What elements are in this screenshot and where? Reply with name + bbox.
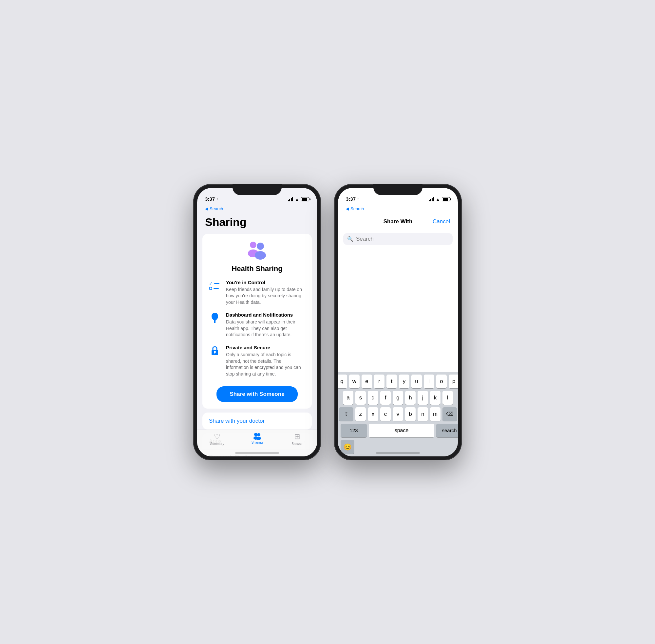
feature-private: Private and Secure Only a summary of eac… [209,345,305,377]
left-phone: 3:37 ↑ ▲ ◀ Search Sharing [193,184,321,460]
control-icon: ✓ [209,280,221,291]
key-u[interactable]: u [411,374,422,388]
svg-point-11 [257,433,261,436]
key-s[interactable]: s [355,391,366,405]
health-card: Health Sharing ✓ [202,234,312,409]
battery-icon [301,197,309,201]
keyboard: q w e r t y u i o p a s d f g h j k [338,372,458,456]
key-w[interactable]: w [349,374,360,388]
key-z[interactable]: z [355,407,366,421]
share-with-someone-button[interactable]: Share with Someone [217,386,297,402]
status-icons-right: ▲ [429,197,450,202]
key-d[interactable]: d [368,391,378,405]
key-j[interactable]: j [417,391,428,405]
signal-icon-right [429,197,434,201]
lock-icon [209,345,221,356]
doctor-section[interactable]: Share with your doctor [202,413,312,430]
notch-right [374,184,423,195]
key-g[interactable]: g [393,391,403,405]
sheet-title: Share With [384,218,413,225]
tab-summary-label: Summary [210,442,224,445]
home-indicator-right [376,452,420,454]
key-f[interactable]: f [380,391,391,405]
feature-control: ✓ You're in Control Keep friends and fam… [209,280,305,306]
feature-dashboard: Dashboard and Notifications Data you sha… [209,312,305,338]
keyboard-bottom-row: 123 space search [339,424,456,437]
delete-key[interactable]: ⌫ [443,407,457,421]
feature-control-desc: Keep friends and family up to date on ho… [226,286,305,306]
search-input[interactable] [356,236,449,242]
feature-dashboard-title: Dashboard and Notifications [226,312,305,318]
key-q[interactable]: q [338,374,347,388]
search-key[interactable]: search [436,424,458,437]
key-e[interactable]: e [362,374,372,388]
shift-key[interactable]: ⇧ [339,407,353,421]
page-title: Sharing [197,213,317,234]
key-x[interactable]: x [368,407,378,421]
location-arrow-left: ↑ [216,197,218,201]
feature-private-title: Private and Secure [226,345,305,350]
scroll-content: Health Sharing ✓ [197,234,317,456]
keyboard-row-2: a s d f g h j k l [339,391,456,405]
key-h[interactable]: h [405,391,415,405]
key-v[interactable]: v [393,407,403,421]
number-key[interactable]: 123 [341,424,367,437]
search-bar[interactable]: 🔍 [343,233,453,245]
wifi-icon: ▲ [295,197,299,202]
dashboard-icon [209,312,221,324]
svg-rect-8 [214,352,215,353]
health-sharing-icon [209,240,305,261]
svg-point-9 [254,433,257,436]
key-n[interactable]: n [417,407,428,421]
key-o[interactable]: o [436,374,447,388]
feature-private-desc: Only a summary of each topic is shared, … [226,352,305,377]
search-results-area [338,249,458,372]
back-chevron-icon: ◀ [205,206,208,211]
tab-browse-label: Browse [292,442,302,445]
svg-point-0 [250,242,256,248]
key-r[interactable]: r [374,374,384,388]
emoji-key[interactable]: 😊 [341,440,354,454]
right-phone: 3:37 ↑ ▲ ◀ Search Shar [334,184,462,460]
home-indicator-left [235,452,279,454]
battery-icon-right [442,197,450,201]
keyboard-row-3: ⇧ z x c v b n m ⌫ [339,407,456,421]
doctor-link[interactable]: Share with your doctor [209,418,265,424]
tab-browse[interactable]: ⊞ Browse [277,433,317,445]
key-c[interactable]: c [380,407,391,421]
sharing-svg [244,240,270,261]
nav-back-left[interactable]: ◀ Search [197,204,317,213]
key-b[interactable]: b [405,407,415,421]
cancel-button[interactable]: Cancel [433,218,450,225]
svg-rect-5 [214,322,216,323]
key-l[interactable]: l [443,391,453,405]
key-t[interactable]: t [386,374,397,388]
tab-summary[interactable]: ♡ Summary [197,433,237,445]
emoji-row: 😊 [339,439,456,454]
location-arrow-right: ↑ [357,197,359,201]
signal-icon [288,197,293,201]
sharing-tab-icon [253,433,261,440]
tab-sharing[interactable]: Sharing [237,433,277,444]
wifi-icon-right: ▲ [436,197,440,202]
keyboard-row-1: q w e r t y u i o p [339,374,456,388]
nav-back-right[interactable]: ◀ Search [338,204,458,213]
key-i[interactable]: i [424,374,434,388]
key-y[interactable]: y [399,374,409,388]
key-p[interactable]: p [449,374,458,388]
key-a[interactable]: a [343,391,353,405]
health-card-title: Health Sharing [209,264,305,273]
space-key[interactable]: space [369,424,434,437]
status-icons-left: ▲ [288,197,309,202]
key-k[interactable]: k [430,391,441,405]
summary-icon: ♡ [214,433,220,441]
svg-point-2 [257,243,264,250]
status-time-left: 3:37 ↑ [205,196,218,202]
notch [232,184,281,195]
feature-dashboard-desc: Data you share will appear in their Heal… [226,319,305,338]
key-m[interactable]: m [430,407,441,421]
tab-sharing-label: Sharing [251,441,263,444]
svg-point-3 [255,251,266,260]
right-screen: 3:37 ↑ ▲ ◀ Search Shar [338,188,458,456]
feature-control-title: You're in Control [226,280,305,285]
